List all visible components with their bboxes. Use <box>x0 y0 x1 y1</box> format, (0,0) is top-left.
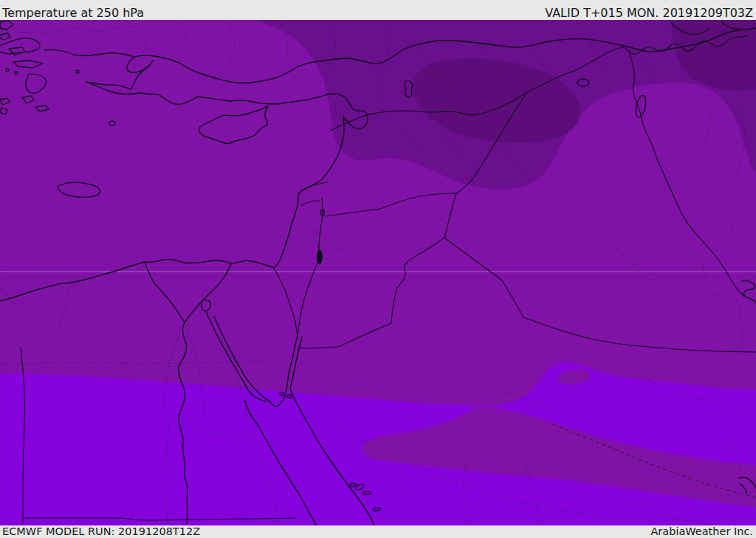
credit-label: ArabiaWeather Inc. <box>650 526 753 537</box>
model-run-label: ECMWF MODEL RUN: 20191208T12Z <box>2 526 200 537</box>
dead-sea <box>317 250 322 263</box>
header-bar: Temperature at 250 hPa VALID T+015 MON. … <box>0 0 756 20</box>
valid-time: VALID T+015 MON. 20191209T03Z <box>545 7 753 19</box>
footer-bar: ECMWF MODEL RUN: 20191208T12Z ArabiaWeat… <box>0 525 756 538</box>
weather-map <box>0 20 756 525</box>
map-title: Temperature at 250 hPa <box>2 7 144 19</box>
